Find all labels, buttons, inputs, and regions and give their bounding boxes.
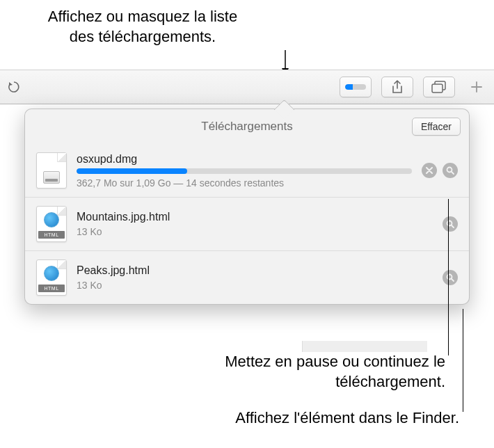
file-icon-html: HTML — [36, 259, 67, 296]
download-item: osxupd.dmg 362,7 Mo sur 1,09 Go — 14 sec… — [25, 144, 469, 197]
callout-reveal-finder: Affichez l'élément dans le Finder. — [125, 408, 459, 429]
svg-line-6 — [452, 172, 454, 174]
callout-leader-line — [448, 199, 449, 355]
reload-icon — [8, 81, 20, 93]
reveal-in-finder-button[interactable] — [443, 270, 458, 285]
svg-marker-2 — [9, 82, 13, 86]
callout-pause-resume: Mettez en pause ou continuez le téléchar… — [111, 352, 445, 392]
downloads-progress-icon — [345, 84, 366, 90]
download-filename: Peaks.jpg.html — [77, 264, 433, 277]
new-tab-button[interactable] — [465, 77, 488, 97]
download-filename: osxupd.dmg — [77, 153, 412, 166]
download-size: 13 Ko — [77, 280, 433, 291]
reveal-in-finder-button[interactable] — [443, 216, 458, 232]
download-item: HTML Mountains.jpg.html 13 Ko — [25, 197, 469, 250]
plus-icon — [470, 81, 483, 93]
reload-button[interactable] — [6, 75, 22, 99]
popover-header: Téléchargements Effacer — [25, 109, 469, 144]
svg-rect-4 — [432, 84, 443, 93]
downloads-list: osxupd.dmg 362,7 Mo sur 1,09 Go — 14 sec… — [25, 144, 469, 304]
magnifier-icon — [446, 273, 454, 282]
file-icon-dmg — [36, 152, 67, 189]
page-background-accent — [302, 341, 427, 352]
download-info: osxupd.dmg 362,7 Mo sur 1,09 Go — 14 sec… — [77, 153, 412, 189]
reveal-in-finder-button[interactable] — [443, 163, 458, 178]
download-item: HTML Peaks.jpg.html 13 Ko — [25, 250, 469, 304]
callout-leader-line — [463, 309, 463, 412]
svg-line-10 — [452, 279, 454, 281]
svg-line-8 — [452, 225, 454, 227]
share-button[interactable] — [381, 77, 413, 97]
share-icon — [392, 80, 403, 94]
magnifier-icon — [446, 166, 454, 175]
download-progress-bar — [77, 168, 412, 174]
file-icon-html: HTML — [36, 206, 67, 242]
download-info: Peaks.jpg.html 13 Ko — [77, 264, 433, 291]
magnifier-icon — [446, 220, 454, 228]
callout-show-hide-downloads: Affichez ou masquez la liste des télécha… — [35, 7, 250, 47]
stop-download-button[interactable] — [422, 163, 437, 178]
download-progress-fill — [77, 168, 187, 174]
download-filename: Mountains.jpg.html — [77, 211, 433, 223]
tabs-icon — [431, 81, 447, 93]
tabs-button[interactable] — [423, 77, 455, 97]
popover-title: Téléchargements — [201, 120, 292, 134]
download-status: 362,7 Mo sur 1,09 Go — 14 secondes resta… — [77, 177, 412, 189]
download-info: Mountains.jpg.html 13 Ko — [77, 211, 433, 237]
close-icon — [426, 167, 433, 174]
download-size: 13 Ko — [77, 226, 433, 237]
downloads-button[interactable] — [340, 77, 372, 97]
downloads-popover: Téléchargements Effacer osxupd.dmg 362,7… — [24, 109, 470, 305]
clear-button[interactable]: Effacer — [412, 118, 461, 136]
browser-toolbar — [0, 70, 494, 104]
